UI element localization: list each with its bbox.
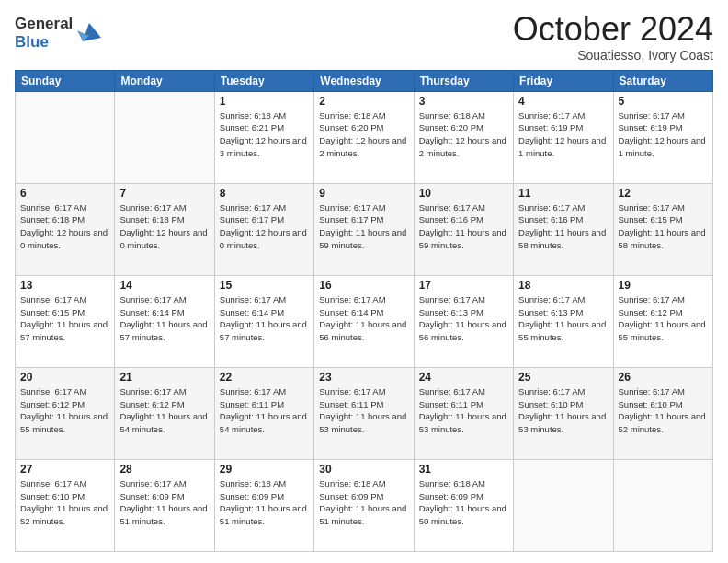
logo-text: General Blue <box>15 15 73 51</box>
day-info: Sunrise: 6:17 AMSunset: 6:11 PMDaylight:… <box>319 385 408 436</box>
day-info: Sunrise: 6:17 AMSunset: 6:11 PMDaylight:… <box>220 385 309 436</box>
day-info: Sunrise: 6:18 AMSunset: 6:21 PMDaylight:… <box>220 109 309 160</box>
day-number: 30 <box>319 463 408 476</box>
day-info: Sunrise: 6:17 AMSunset: 6:12 PMDaylight:… <box>119 385 209 436</box>
logo-blue: Blue <box>15 33 73 52</box>
table-row: 4 Sunrise: 6:17 AMSunset: 6:19 PMDayligh… <box>514 91 613 183</box>
day-number: 29 <box>220 463 309 476</box>
day-number: 12 <box>619 187 708 200</box>
table-row: 16 Sunrise: 6:17 AMSunset: 6:14 PMDaylig… <box>314 275 414 367</box>
table-row: 5 Sunrise: 6:17 AMSunset: 6:19 PMDayligh… <box>613 91 712 183</box>
logo: General Blue <box>15 15 103 51</box>
table-row: 25 Sunrise: 6:17 AMSunset: 6:10 PMDaylig… <box>514 367 613 459</box>
day-number: 1 <box>220 95 309 108</box>
day-number: 22 <box>220 371 309 384</box>
title-block: October 2024 Souatiesso, Ivory Coast <box>513 11 713 63</box>
day-info: Sunrise: 6:17 AMSunset: 6:13 PMDaylight:… <box>518 293 608 344</box>
page: General Blue October 2024 Souatiesso, Iv… <box>0 0 728 563</box>
day-number: 14 <box>119 279 209 292</box>
day-info: Sunrise: 6:17 AMSunset: 6:15 PMDaylight:… <box>20 293 109 344</box>
day-info: Sunrise: 6:17 AMSunset: 6:16 PMDaylight:… <box>419 201 508 252</box>
table-row: 23 Sunrise: 6:17 AMSunset: 6:11 PMDaylig… <box>314 367 414 459</box>
table-row: 20 Sunrise: 6:17 AMSunset: 6:12 PMDaylig… <box>16 367 115 459</box>
day-number: 2 <box>319 95 408 108</box>
table-row: 30 Sunrise: 6:18 AMSunset: 6:09 PMDaylig… <box>314 459 414 551</box>
day-info: Sunrise: 6:18 AMSunset: 6:09 PMDaylight:… <box>419 477 508 528</box>
day-info: Sunrise: 6:17 AMSunset: 6:11 PMDaylight:… <box>419 385 508 436</box>
table-row <box>115 91 214 183</box>
header-saturday: Saturday <box>613 70 712 91</box>
table-row: 14 Sunrise: 6:17 AMSunset: 6:14 PMDaylig… <box>115 275 214 367</box>
day-info: Sunrise: 6:17 AMSunset: 6:17 PMDaylight:… <box>319 201 408 252</box>
header-friday: Friday <box>514 70 613 91</box>
day-number: 15 <box>220 279 309 292</box>
day-number: 24 <box>419 371 508 384</box>
month-title: October 2024 <box>513 11 713 48</box>
day-number: 8 <box>220 187 309 200</box>
header-sunday: Sunday <box>16 70 115 91</box>
day-info: Sunrise: 6:17 AMSunset: 6:15 PMDaylight:… <box>619 201 708 252</box>
header: General Blue October 2024 Souatiesso, Iv… <box>15 11 713 63</box>
table-row: 12 Sunrise: 6:17 AMSunset: 6:15 PMDaylig… <box>613 183 712 275</box>
table-row: 2 Sunrise: 6:18 AMSunset: 6:20 PMDayligh… <box>314 91 414 183</box>
day-number: 23 <box>319 371 408 384</box>
table-row: 17 Sunrise: 6:17 AMSunset: 6:13 PMDaylig… <box>414 275 513 367</box>
day-number: 21 <box>119 371 209 384</box>
day-info: Sunrise: 6:17 AMSunset: 6:14 PMDaylight:… <box>220 293 309 344</box>
day-info: Sunrise: 6:17 AMSunset: 6:19 PMDaylight:… <box>619 109 708 160</box>
day-info: Sunrise: 6:17 AMSunset: 6:14 PMDaylight:… <box>119 293 209 344</box>
day-number: 25 <box>518 371 608 384</box>
day-number: 28 <box>119 463 209 476</box>
table-row: 22 Sunrise: 6:17 AMSunset: 6:11 PMDaylig… <box>214 367 313 459</box>
day-info: Sunrise: 6:18 AMSunset: 6:09 PMDaylight:… <box>319 477 408 528</box>
day-number: 17 <box>419 279 508 292</box>
table-row: 9 Sunrise: 6:17 AMSunset: 6:17 PMDayligh… <box>314 183 414 275</box>
table-row: 10 Sunrise: 6:17 AMSunset: 6:16 PMDaylig… <box>414 183 513 275</box>
table-row: 18 Sunrise: 6:17 AMSunset: 6:13 PMDaylig… <box>514 275 613 367</box>
calendar-header-row: Sunday Monday Tuesday Wednesday Thursday… <box>16 70 713 91</box>
table-row: 27 Sunrise: 6:17 AMSunset: 6:10 PMDaylig… <box>16 459 115 551</box>
table-row: 29 Sunrise: 6:18 AMSunset: 6:09 PMDaylig… <box>214 459 313 551</box>
day-info: Sunrise: 6:17 AMSunset: 6:10 PMDaylight:… <box>518 385 608 436</box>
calendar-week-row: 6 Sunrise: 6:17 AMSunset: 6:18 PMDayligh… <box>16 183 713 275</box>
day-number: 4 <box>518 95 608 108</box>
day-info: Sunrise: 6:17 AMSunset: 6:09 PMDaylight:… <box>119 477 209 528</box>
table-row: 31 Sunrise: 6:18 AMSunset: 6:09 PMDaylig… <box>414 459 513 551</box>
day-info: Sunrise: 6:17 AMSunset: 6:16 PMDaylight:… <box>518 201 608 252</box>
header-monday: Monday <box>115 70 214 91</box>
table-row: 1 Sunrise: 6:18 AMSunset: 6:21 PMDayligh… <box>214 91 313 183</box>
table-row <box>16 91 115 183</box>
day-info: Sunrise: 6:17 AMSunset: 6:14 PMDaylight:… <box>319 293 408 344</box>
calendar-week-row: 13 Sunrise: 6:17 AMSunset: 6:15 PMDaylig… <box>16 275 713 367</box>
day-number: 26 <box>619 371 708 384</box>
day-info: Sunrise: 6:17 AMSunset: 6:13 PMDaylight:… <box>419 293 508 344</box>
day-info: Sunrise: 6:17 AMSunset: 6:12 PMDaylight:… <box>619 293 708 344</box>
day-number: 19 <box>619 279 708 292</box>
day-info: Sunrise: 6:17 AMSunset: 6:18 PMDaylight:… <box>20 201 109 252</box>
day-info: Sunrise: 6:18 AMSunset: 6:20 PMDaylight:… <box>319 109 408 160</box>
day-number: 20 <box>20 371 109 384</box>
table-row: 26 Sunrise: 6:17 AMSunset: 6:10 PMDaylig… <box>613 367 712 459</box>
table-row: 21 Sunrise: 6:17 AMSunset: 6:12 PMDaylig… <box>115 367 214 459</box>
day-info: Sunrise: 6:17 AMSunset: 6:19 PMDaylight:… <box>518 109 608 160</box>
header-wednesday: Wednesday <box>314 70 414 91</box>
table-row: 28 Sunrise: 6:17 AMSunset: 6:09 PMDaylig… <box>115 459 214 551</box>
table-row <box>514 459 613 551</box>
day-number: 13 <box>20 279 109 292</box>
day-info: Sunrise: 6:17 AMSunset: 6:10 PMDaylight:… <box>20 477 109 528</box>
day-number: 10 <box>419 187 508 200</box>
day-number: 18 <box>518 279 608 292</box>
day-number: 11 <box>518 187 608 200</box>
day-info: Sunrise: 6:17 AMSunset: 6:10 PMDaylight:… <box>619 385 708 436</box>
day-number: 9 <box>319 187 408 200</box>
day-number: 7 <box>119 187 209 200</box>
location: Souatiesso, Ivory Coast <box>513 48 713 63</box>
calendar-table: Sunday Monday Tuesday Wednesday Thursday… <box>15 70 713 552</box>
day-number: 16 <box>319 279 408 292</box>
table-row: 8 Sunrise: 6:17 AMSunset: 6:17 PMDayligh… <box>214 183 313 275</box>
table-row: 11 Sunrise: 6:17 AMSunset: 6:16 PMDaylig… <box>514 183 613 275</box>
table-row: 19 Sunrise: 6:17 AMSunset: 6:12 PMDaylig… <box>613 275 712 367</box>
day-number: 3 <box>419 95 508 108</box>
table-row: 6 Sunrise: 6:17 AMSunset: 6:18 PMDayligh… <box>16 183 115 275</box>
table-row: 24 Sunrise: 6:17 AMSunset: 6:11 PMDaylig… <box>414 367 513 459</box>
